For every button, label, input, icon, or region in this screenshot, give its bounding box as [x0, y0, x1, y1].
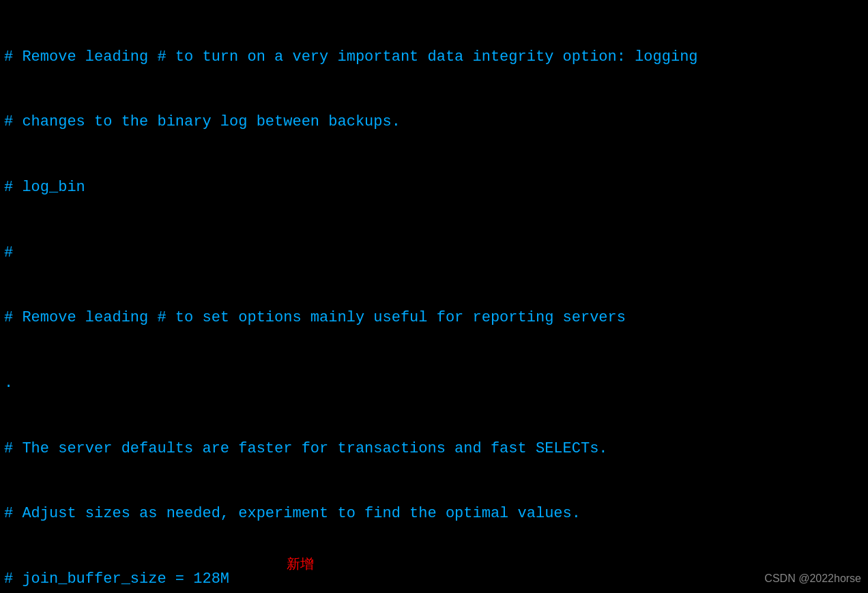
- line-8: # Adjust sizes as needed, experiment to …: [4, 503, 864, 525]
- terminal-output: # Remove leading # to turn on a very imp…: [0, 0, 868, 593]
- line-1: # Remove leading # to turn on a very imp…: [4, 46, 864, 68]
- line-3: # log_bin: [4, 177, 864, 199]
- line-4: #: [4, 242, 864, 264]
- line-7: # The server defaults are faster for tra…: [4, 438, 864, 460]
- line-2: # changes to the binary log between back…: [4, 111, 864, 133]
- watermark: CSDN @2022horse: [764, 570, 861, 586]
- add-label: 新增: [287, 554, 314, 574]
- line-6: .: [4, 373, 864, 394]
- line-9: # join_buffer_size = 128M: [4, 568, 864, 590]
- line-5: # Remove leading # to set options mainly…: [4, 307, 864, 329]
